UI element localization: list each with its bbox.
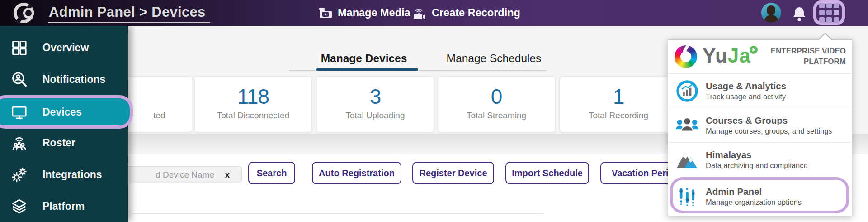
notifications-bell-button[interactable]: [790, 5, 808, 23]
brand-ja: Ja: [728, 44, 751, 67]
stat-card-disconnected: 118 Total Disconnected: [194, 76, 312, 132]
yuja-wordmark: YuJa: [703, 44, 758, 67]
menu-item-title: Usage & Analytics: [706, 81, 786, 92]
menu-item-subtitle: Manage courses, groups, and settings: [706, 127, 832, 135]
chip-close-icon[interactable]: x: [225, 170, 230, 180]
manage-media-button[interactable]: Manage Media: [319, 0, 410, 26]
menu-item-admin-panel[interactable]: Admin Panel Manage organization options: [668, 176, 852, 217]
stat-value: 118: [195, 85, 311, 108]
gears-icon: [11, 166, 28, 183]
sidebar-item-platform[interactable]: Platform: [0, 193, 128, 220]
tab-manage-schedules[interactable]: Manage Schedules: [436, 52, 552, 65]
layers-icon: [11, 198, 28, 215]
sidebar-label: Platform: [42, 200, 85, 212]
sidebar-label: Notifications: [42, 73, 105, 86]
device-name-filter-chip[interactable]: d Device Name x: [113, 166, 242, 183]
app-window: Admin Panel > Devices Manage Media Creat…: [0, 0, 868, 222]
stat-label: Total Recording: [560, 111, 677, 121]
sidebar-item-roster[interactable]: Roster: [0, 129, 128, 156]
media-folder-icon: [319, 7, 333, 19]
yuja-color-logo-icon: [675, 45, 697, 68]
chip-label: d Device Name: [156, 170, 214, 180]
yuja-logo-icon[interactable]: [14, 3, 34, 23]
tagline-line2: PLATFORM: [771, 56, 846, 67]
menu-item-courses-groups[interactable]: Courses & Groups Manage courses, groups,…: [668, 108, 852, 142]
sliders-icon: [675, 186, 699, 208]
stat-value: 1: [560, 85, 677, 108]
menu-item-title: Himalayas: [706, 150, 808, 160]
user-avatar[interactable]: [761, 3, 781, 23]
create-recording-button[interactable]: Create Recording: [412, 0, 520, 26]
sidebar-label: Roster: [42, 137, 75, 149]
menu-item-subtitle: Track usage and activity: [706, 92, 786, 101]
content-divider: [132, 213, 544, 214]
stat-value: 3: [317, 85, 434, 108]
tab-manage-devices[interactable]: Manage Devices: [312, 52, 416, 65]
search-person-icon: [11, 71, 28, 88]
sidebar-item-integrations[interactable]: Integrations: [0, 161, 128, 188]
register-device-button[interactable]: Register Device: [412, 162, 494, 184]
sidebar-label: Overview: [42, 42, 89, 54]
sidebar-item-devices[interactable]: Devices: [0, 98, 128, 125]
sidebar-item-overview[interactable]: Overview: [0, 34, 128, 61]
breadcrumb[interactable]: Admin Panel > Devices: [48, 4, 210, 23]
sidebar-label: Integrations: [42, 169, 102, 181]
top-header: Admin Panel > Devices Manage Media Creat…: [0, 0, 868, 26]
recording-camera-icon: [412, 6, 427, 20]
stat-card-recording: 1 Total Recording: [560, 76, 677, 132]
menu-caret-fill: [818, 34, 832, 40]
sidebar-label: Devices: [42, 106, 82, 118]
sidebar-item-notifications[interactable]: Notifications: [0, 66, 128, 93]
bell-icon: [790, 5, 808, 23]
stat-card-streaming: 0 Total Streaming: [438, 76, 555, 132]
apps-dropdown-menu: YuJa ENTERPRISE VIDEO PLATFORM Usage &: [668, 39, 852, 216]
monitor-icon: [11, 104, 28, 121]
stat-label: Total Uploading: [317, 111, 434, 121]
create-recording-label: Create Recording: [432, 7, 520, 19]
menu-item-himalayas[interactable]: Himalayas Data archiving and compliance: [668, 142, 852, 176]
play-badge-icon: [749, 45, 758, 54]
menu-brand-header: YuJa ENTERPRISE VIDEO PLATFORM: [668, 40, 852, 74]
stat-label: Total Streaming: [438, 111, 555, 121]
sidebar-nav: Overview Notifications Devices: [0, 26, 128, 222]
brand-yu: Yu: [703, 44, 728, 67]
stat-card-uploading: 3 Total Uploading: [316, 76, 434, 132]
stat-label: Total Disconnected: [195, 111, 311, 121]
active-tab-underline: [316, 68, 418, 71]
auto-registration-button[interactable]: Auto Registration: [312, 162, 401, 184]
mountain-icon: [675, 150, 699, 169]
apps-grid-button[interactable]: [813, 0, 845, 25]
import-schedule-button[interactable]: Import Schedule: [505, 162, 589, 184]
search-button[interactable]: Search: [248, 162, 295, 184]
tagline-line1: ENTERPRISE VIDEO: [771, 46, 846, 56]
menu-item-subtitle: Manage organization options: [706, 198, 802, 207]
analytics-icon: [675, 80, 699, 102]
menu-item-title: Admin Panel: [706, 186, 802, 197]
stat-value: 0: [438, 85, 555, 108]
brand-tagline: ENTERPRISE VIDEO PLATFORM: [771, 46, 846, 67]
manage-media-label: Manage Media: [338, 7, 410, 19]
groups-icon: [675, 116, 699, 135]
menu-item-title: Courses & Groups: [706, 115, 832, 126]
menu-item-subtitle: Data archiving and compliance: [706, 161, 808, 170]
menu-item-usage-analytics[interactable]: Usage & Analytics Track usage and activi…: [668, 74, 852, 108]
group-broadcast-icon: [11, 135, 28, 151]
overview-grid-icon: [11, 39, 28, 56]
